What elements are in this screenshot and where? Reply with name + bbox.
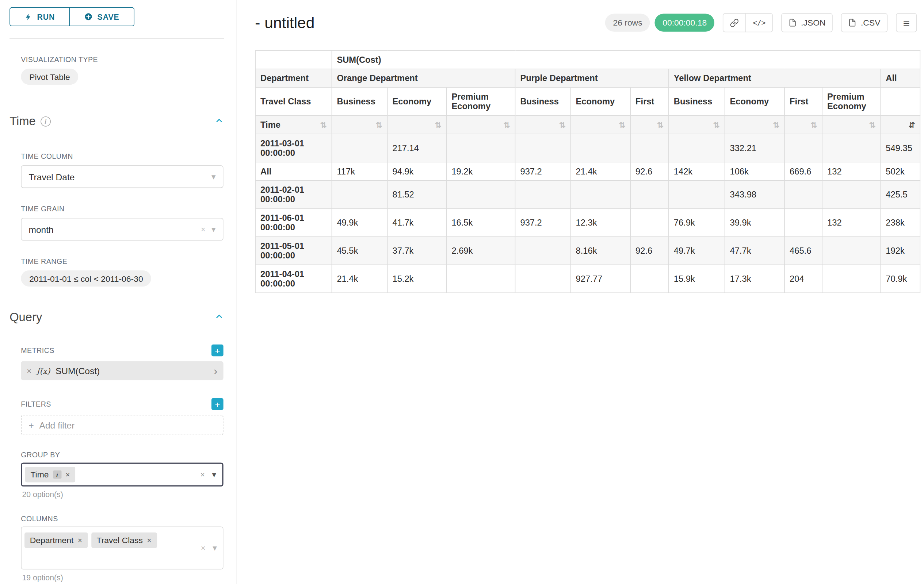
department-group-cell: Orange Department — [332, 69, 515, 87]
add-filter-plus-button[interactable]: + — [211, 398, 223, 410]
caret-down-icon[interactable]: ▾ — [212, 470, 216, 479]
sort-icon[interactable]: ⇅ — [504, 121, 510, 128]
travel-class-cell: Business — [332, 87, 387, 116]
clear-icon[interactable]: × — [201, 225, 205, 233]
value-cell: 41.7k — [388, 209, 447, 237]
selected-option-pill[interactable]: Department× — [25, 533, 87, 548]
row-label-cell: 2011-04-01 00:00:00 — [255, 265, 332, 293]
run-button[interactable]: RUN — [10, 7, 70, 26]
value-cell: 142k — [669, 162, 725, 181]
group-by-select[interactable]: Timei× × ▾ — [21, 462, 223, 486]
selected-option-pill[interactable]: Travel Class× — [91, 533, 157, 548]
chart-title[interactable]: - untitled — [255, 13, 314, 32]
columns-options-hint: 19 option(s) — [22, 573, 224, 582]
clear-icon[interactable]: × — [200, 471, 205, 479]
column-sort-header[interactable]: ⇅ — [669, 115, 725, 134]
chevron-up-icon[interactable] — [214, 115, 224, 128]
sort-icon[interactable]: ⇅ — [869, 121, 876, 128]
sort-icon[interactable]: ⇅ — [320, 121, 327, 128]
department-group-cell: All — [881, 69, 920, 87]
group-by-options-hint: 20 option(s) — [22, 490, 224, 499]
table-row: 2011-03-01 00:00:00217.14332.21549.35 — [255, 134, 920, 162]
value-cell: 238k — [881, 209, 920, 237]
plus-icon: + — [29, 420, 34, 430]
remove-pill-icon[interactable]: × — [65, 471, 70, 479]
export-csv-button[interactable]: .CSV — [841, 13, 888, 32]
column-sort-header[interactable]: ⇵ — [881, 115, 920, 134]
column-sort-header[interactable]: ⇅ — [630, 115, 669, 134]
save-button[interactable]: SAVE — [69, 7, 134, 26]
remove-pill-icon[interactable]: × — [78, 536, 82, 544]
remove-pill-icon[interactable]: × — [147, 536, 151, 544]
travel-class-cell: Business — [669, 87, 725, 116]
row-label-cell: 2011-06-01 00:00:00 — [255, 209, 332, 237]
menu-button[interactable]: ≡ — [896, 13, 917, 32]
value-cell: 669.6 — [784, 162, 822, 181]
column-sort-header[interactable]: ⇅ — [388, 115, 447, 134]
sidebar-scroll-area[interactable]: Chart Type VISUALIZATION TYPE Pivot Tabl… — [0, 0, 236, 584]
metric-pill[interactable]: × ƒ(x) SUM(Cost) › — [21, 361, 223, 380]
query-section-header[interactable]: Query — [10, 310, 224, 324]
value-cell — [669, 134, 725, 162]
time-section-title: Time — [10, 115, 35, 128]
column-sort-header[interactable]: ⇅ — [784, 115, 822, 134]
column-sort-header[interactable]: ⇅ — [725, 115, 785, 134]
value-cell: 21.4k — [332, 265, 387, 293]
corner-empty-cell — [255, 50, 332, 69]
share-button-group: </> — [723, 13, 773, 32]
remove-metric-icon[interactable]: × — [27, 366, 31, 375]
value-cell: 927.77 — [571, 265, 631, 293]
add-metric-button[interactable]: + — [211, 345, 223, 357]
sort-icon[interactable]: ⇅ — [559, 121, 566, 128]
chevron-up-icon[interactable] — [214, 310, 224, 324]
value-cell: 12.3k — [571, 209, 631, 237]
sort-icon[interactable]: ⇅ — [713, 121, 720, 128]
code-icon: </> — [753, 19, 766, 27]
sort-icon[interactable]: ⇅ — [435, 121, 442, 128]
visualization-type-value[interactable]: Pivot Table — [21, 69, 78, 85]
column-sort-header[interactable]: ⇅ — [332, 115, 387, 134]
embed-code-button[interactable]: </> — [746, 13, 773, 32]
export-json-button[interactable]: .JSON — [781, 13, 833, 32]
copy-link-button[interactable] — [723, 13, 746, 32]
time-range-value[interactable]: 2011-01-01 ≤ col < 2011-06-30 — [21, 270, 151, 286]
sort-icon[interactable]: ⇅ — [773, 121, 779, 128]
time-sort-header[interactable]: Time⇅ — [255, 115, 332, 134]
columns-select[interactable]: Department×Travel Class× × ▾ — [21, 526, 223, 569]
info-icon: i — [53, 470, 61, 479]
value-cell: 425.5 — [881, 181, 920, 209]
visualization-type-label: VISUALIZATION TYPE — [21, 56, 224, 64]
time-column-select[interactable]: Travel Date ▾ — [21, 165, 223, 188]
column-sort-header[interactable]: ⇅ — [515, 115, 571, 134]
travel-class-cell: Economy — [571, 87, 631, 116]
value-cell — [784, 134, 822, 162]
time-section-header[interactable]: Time i — [10, 115, 224, 128]
time-range-label: TIME RANGE — [21, 257, 224, 266]
sort-descending-icon[interactable]: ⇵ — [909, 121, 915, 128]
sort-icon[interactable]: ⇅ — [619, 121, 625, 128]
value-cell — [515, 237, 571, 265]
sort-icon[interactable]: ⇅ — [376, 121, 383, 128]
sort-icon[interactable]: ⇅ — [657, 121, 663, 128]
column-sort-header[interactable]: ⇅ — [822, 115, 881, 134]
group-by-pill-container: Timei× — [25, 467, 79, 482]
sort-icon[interactable]: ⇅ — [810, 121, 817, 128]
caret-down-icon[interactable]: ▾ — [213, 544, 216, 552]
time-grain-select[interactable]: month × ▾ — [21, 218, 223, 240]
chart-header: - untitled 26 rows 00:00:00.18 </> .JSON — [237, 0, 924, 36]
selected-option-pill[interactable]: Timei× — [25, 467, 76, 482]
add-filter-button[interactable]: + Add filter — [21, 415, 223, 436]
caret-down-icon[interactable]: ▾ — [211, 173, 216, 181]
table-row: 2011-06-01 00:00:0049.9k41.7k16.5k937.21… — [255, 209, 920, 237]
value-cell: 15.9k — [669, 265, 725, 293]
chevron-right-icon[interactable]: › — [214, 365, 217, 376]
export-json-group: .JSON — [781, 13, 833, 32]
column-sort-header[interactable]: ⇅ — [571, 115, 631, 134]
value-cell: 94.9k — [388, 162, 447, 181]
clear-icon[interactable]: × — [201, 544, 205, 552]
caret-down-icon[interactable]: ▾ — [211, 225, 216, 234]
more-menu-group: ≡ — [896, 13, 917, 32]
value-cell — [822, 181, 881, 209]
travel-class-cell: Premium Economy — [446, 87, 515, 116]
column-sort-header[interactable]: ⇅ — [446, 115, 515, 134]
